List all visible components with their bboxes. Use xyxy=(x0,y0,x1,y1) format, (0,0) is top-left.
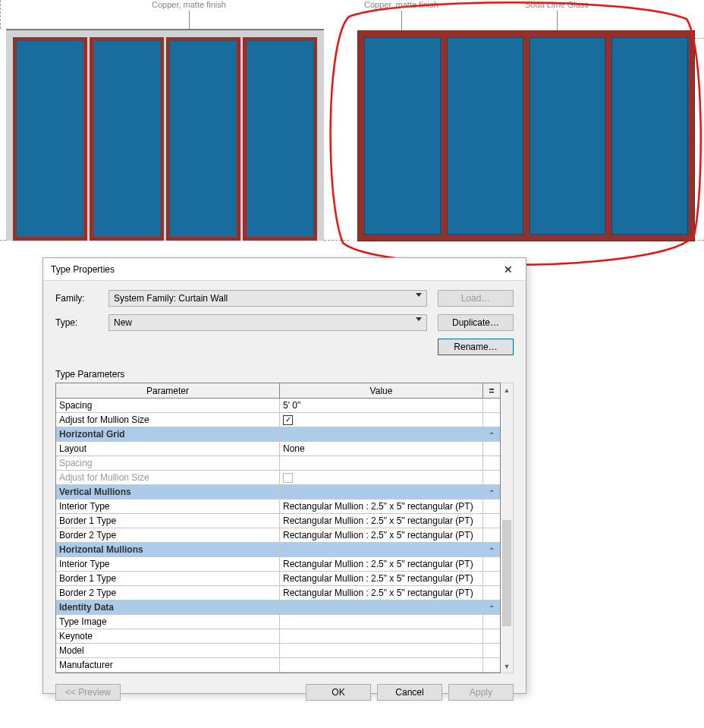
value-cell[interactable]: Rectangular Mullion : 2.5" x 5" rectangu… xyxy=(280,572,483,585)
grid-section-header[interactable]: Horizontal Mullions⌃ xyxy=(56,543,500,557)
value-cell[interactable]: Rectangular Mullion : 2.5" x 5" rectangu… xyxy=(280,500,483,513)
checkbox[interactable]: ✓ xyxy=(283,415,293,425)
material-tag-copper-left[interactable]: Copper, matte finish xyxy=(152,0,226,9)
grid-section-header[interactable]: Horizontal Grid⌃ xyxy=(56,427,500,442)
scroll-down-icon[interactable]: ▼ xyxy=(501,660,513,673)
parameter-grid-wrap: Parameter Value = Spacing5' 0"Adjust for… xyxy=(55,383,514,673)
value-cell[interactable] xyxy=(280,644,483,657)
param-cell[interactable]: Manufacturer xyxy=(56,658,280,672)
param-cell[interactable]: Border 1 Type xyxy=(56,514,280,528)
type-label: Type: xyxy=(55,317,108,328)
chevron-down-icon xyxy=(416,293,422,297)
grid-row[interactable]: Border 2 TypeRectangular Mullion : 2.5" … xyxy=(56,528,500,543)
grid-section-header[interactable]: Identity Data⌃ xyxy=(56,600,500,615)
glass-panel[interactable] xyxy=(611,37,688,235)
value-cell[interactable]: ✓ xyxy=(280,413,483,427)
param-cell[interactable]: Spacing xyxy=(56,399,280,412)
glass-panel[interactable] xyxy=(13,37,87,241)
eq-cell xyxy=(483,629,500,643)
collapse-icon[interactable]: ⌃ xyxy=(489,604,495,610)
close-button[interactable]: ✕ xyxy=(491,258,526,281)
param-cell[interactable]: Vertical Mullions xyxy=(56,485,280,499)
glass-panel[interactable] xyxy=(90,37,164,241)
grid-row[interactable]: Interior TypeRectangular Mullion : 2.5" … xyxy=(56,500,500,514)
header-value[interactable]: Value xyxy=(280,383,483,398)
header-parameter[interactable]: Parameter xyxy=(56,383,280,398)
param-cell[interactable]: Interior Type xyxy=(56,500,280,513)
grid-section-header[interactable]: Vertical Mullions⌃ xyxy=(56,485,500,500)
vertical-scrollbar[interactable]: ▲ ▼ xyxy=(501,383,514,673)
grid-row[interactable]: LayoutNone xyxy=(56,442,500,456)
glass-panel[interactable] xyxy=(364,37,441,235)
header-equals[interactable]: = xyxy=(483,383,500,398)
grid-row[interactable]: Keynote xyxy=(56,629,500,644)
eq-cell xyxy=(483,456,500,470)
curtain-wall-right[interactable] xyxy=(357,30,695,241)
param-cell[interactable]: Border 2 Type xyxy=(56,586,280,600)
grid-row[interactable]: Manufacturer xyxy=(56,658,500,673)
material-tag-text: Copper, matte finish xyxy=(364,0,438,9)
glass-panel[interactable] xyxy=(530,37,606,235)
value-cell[interactable]: None xyxy=(280,442,483,455)
grid-row[interactable]: Interior TypeRectangular Mullion : 2.5" … xyxy=(56,557,500,572)
dialog-titlebar[interactable]: Type Properties ✕ xyxy=(43,258,526,281)
value-cell[interactable] xyxy=(280,471,483,484)
value-cell[interactable] xyxy=(280,629,483,643)
param-cell[interactable]: Horizontal Mullions xyxy=(56,543,280,556)
curtain-wall-left[interactable] xyxy=(6,29,324,241)
param-cell[interactable]: Model xyxy=(56,644,280,657)
chevron-down-icon xyxy=(416,317,422,321)
grid-row[interactable]: Spacing xyxy=(56,456,500,471)
param-cell[interactable]: Spacing xyxy=(56,456,280,470)
collapse-icon[interactable]: ⌃ xyxy=(489,431,495,437)
param-cell[interactable]: Type Image xyxy=(56,615,280,629)
collapse-icon[interactable]: ⌃ xyxy=(489,489,495,495)
param-cell[interactable]: Keynote xyxy=(56,629,280,643)
value-cell[interactable] xyxy=(280,658,483,672)
value-cell[interactable]: Rectangular Mullion : 2.5" x 5" rectangu… xyxy=(280,528,483,542)
model-canvas[interactable]: Copper, matte finish Copper, matte finis… xyxy=(0,0,704,243)
param-cell[interactable]: Adjust for Mullion Size xyxy=(56,471,280,484)
scroll-up-icon[interactable]: ▲ xyxy=(501,383,513,396)
collapse-icon[interactable]: ⌃ xyxy=(489,547,495,553)
value-cell[interactable] xyxy=(280,615,483,629)
param-cell[interactable]: Border 1 Type xyxy=(56,572,280,585)
param-cell[interactable]: Horizontal Grid xyxy=(56,427,280,441)
eq-cell xyxy=(483,557,500,571)
cancel-button[interactable]: Cancel xyxy=(377,684,442,701)
rename-button[interactable]: Rename… xyxy=(438,339,514,355)
value-cell[interactable]: Rectangular Mullion : 2.5" x 5" rectangu… xyxy=(280,514,483,528)
value-cell[interactable] xyxy=(280,456,483,470)
param-cell[interactable]: Identity Data xyxy=(56,600,280,614)
grid-row[interactable]: Spacing5' 0" xyxy=(56,399,500,413)
grid-row[interactable]: Model xyxy=(56,644,500,658)
family-combo[interactable]: System Family: Curtain Wall xyxy=(108,290,427,307)
param-cell[interactable]: Interior Type xyxy=(56,557,280,571)
duplicate-button[interactable]: Duplicate… xyxy=(438,314,514,331)
param-cell[interactable]: Adjust for Mullion Size xyxy=(56,413,280,427)
scroll-thumb[interactable] xyxy=(502,520,511,626)
eq-cell xyxy=(483,658,500,672)
param-cell[interactable]: Layout xyxy=(56,442,280,455)
parameter-grid[interactable]: Parameter Value = Spacing5' 0"Adjust for… xyxy=(55,383,501,673)
preview-button[interactable]: << Preview xyxy=(55,684,121,701)
material-tag-copper-right[interactable]: Copper, matte finish xyxy=(364,0,438,9)
grid-row[interactable]: Border 1 TypeRectangular Mullion : 2.5" … xyxy=(56,514,500,528)
type-combo[interactable]: New xyxy=(108,314,427,331)
ok-button[interactable]: OK xyxy=(306,684,371,701)
grid-row[interactable]: Border 1 TypeRectangular Mullion : 2.5" … xyxy=(56,572,500,586)
grid-row[interactable]: Adjust for Mullion Size✓ xyxy=(56,413,500,427)
value-cell[interactable]: 5' 0" xyxy=(280,399,483,412)
glass-panel[interactable] xyxy=(447,37,523,235)
type-value: New xyxy=(114,317,132,328)
glass-panel[interactable] xyxy=(166,37,240,241)
param-cell[interactable]: Border 2 Type xyxy=(56,528,280,542)
value-cell[interactable]: Rectangular Mullion : 2.5" x 5" rectangu… xyxy=(280,586,483,600)
grid-row[interactable]: Type Image xyxy=(56,615,500,629)
grid-row[interactable]: Border 2 TypeRectangular Mullion : 2.5" … xyxy=(56,586,500,600)
glass-panel[interactable] xyxy=(243,37,317,241)
value-cell[interactable]: Rectangular Mullion : 2.5" x 5" rectangu… xyxy=(280,557,483,571)
material-tag-glass[interactable]: Soda Lime Glass xyxy=(525,0,589,9)
eq-cell xyxy=(483,572,500,585)
grid-row[interactable]: Adjust for Mullion Size xyxy=(56,471,500,485)
